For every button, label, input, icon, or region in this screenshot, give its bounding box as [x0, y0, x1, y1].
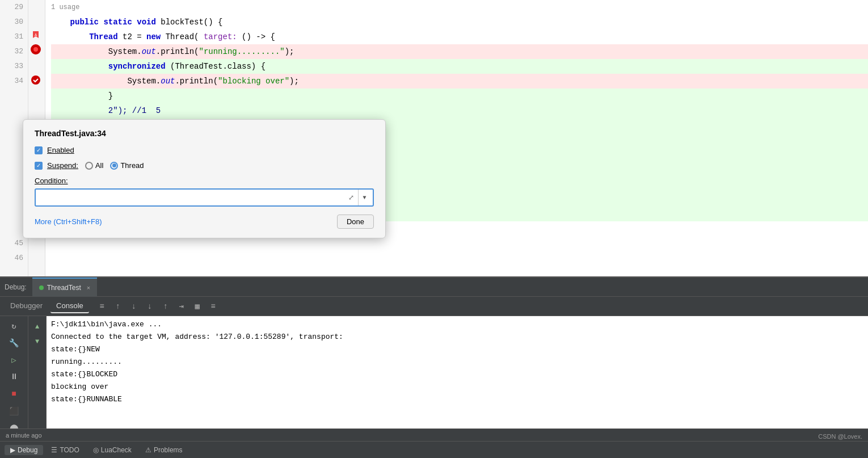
problems-tab-label: Problems	[154, 446, 183, 454]
dropdown-icon[interactable]: ▼	[358, 190, 370, 205]
toolbar-icon-down[interactable]: ↓	[128, 300, 140, 313]
line-num-33: 33	[0, 59, 23, 74]
toolbar-icon-step-in[interactable]: ⇥	[175, 300, 188, 313]
expand-icon[interactable]: ⤢	[344, 191, 358, 204]
line-num-39	[0, 148, 23, 162]
tab-debugger[interactable]: Debugger	[5, 299, 48, 313]
thread-radio-circle[interactable]	[110, 162, 118, 170]
bottom-tabs-bar: ▶ Debug ☰ TODO ◎ LuaCheck ⚠ Problems	[0, 441, 868, 458]
toolbar-icon-menu[interactable]: ≡	[96, 300, 108, 313]
bottom-tab-todo[interactable]: ☰ TODO	[45, 445, 85, 455]
bp-footer: More (Ctrl+Shift+F8) Done	[35, 215, 374, 229]
line-num-37	[0, 118, 23, 133]
breakpoint-active-icon-34[interactable]	[30, 74, 42, 86]
console-line-0: F:\jdk11\bin\java.exe ...	[51, 318, 863, 331]
toolbar-icon-step-out[interactable]: ↑	[159, 300, 172, 313]
line-num-34: 34	[0, 74, 23, 89]
code-line-29: 1 usage	[51, 0, 868, 15]
more-link[interactable]: More (Ctrl+Shift+F8)	[35, 217, 102, 226]
line-num-30: 30	[0, 15, 23, 30]
svg-point-1	[31, 75, 40, 85]
bottom-tab-problems[interactable]: ⚠ Problems	[140, 445, 188, 455]
bp-suspend-row: ✓ Suspend: All Thread	[35, 161, 374, 170]
debug-tab-close[interactable]: ×	[87, 284, 90, 291]
condition-input[interactable]	[38, 194, 344, 202]
resume-icon[interactable]: ▷	[7, 352, 22, 367]
line-num-29: 29	[0, 0, 23, 15]
line-num-36	[0, 103, 23, 118]
line-num-38	[0, 133, 23, 148]
all-radio[interactable]: All	[85, 161, 103, 170]
nav-down-icon[interactable]: ▼	[31, 335, 44, 348]
console-line-4: state:{}BLOCKED	[51, 368, 863, 381]
watermark: CSDN @Lovex.	[818, 433, 862, 440]
line-num-31: 31	[0, 30, 23, 44]
toolbar-icon-settings[interactable]: ≡	[207, 300, 220, 313]
line-num-44	[0, 221, 23, 236]
suspend-label: Suspend:	[47, 161, 78, 170]
console-line-6: state:{}RUNNABLE	[51, 393, 863, 406]
luacheck-tab-icon: ◎	[93, 446, 99, 454]
breakpoint-popup: ThreadTest.java:34 ✓ Enabled ✓ Suspend: …	[23, 119, 386, 238]
bp-enabled-row: ✓ Enabled	[35, 146, 374, 154]
console-line-1: Connected to the target VM, address: '12…	[51, 331, 863, 343]
line-num-41	[0, 177, 23, 192]
stop-icon[interactable]: ■	[7, 386, 22, 401]
settings-icon[interactable]: 🔧	[7, 335, 22, 350]
todo-tab-label: TODO	[60, 446, 79, 454]
condition-input-row[interactable]: ⤢ ▼	[35, 188, 374, 207]
nav-up-icon[interactable]: ▲	[31, 321, 44, 333]
console-line-5: blocking over	[51, 381, 863, 393]
debug-tab-icon: ▶	[10, 446, 15, 454]
line-num-35	[0, 89, 23, 103]
enabled-checkbox[interactable]: ✓	[35, 146, 43, 154]
debug-tab-dot	[39, 285, 44, 290]
done-button[interactable]: Done	[337, 215, 374, 229]
pause-icon[interactable]: ⏸	[7, 369, 22, 384]
line-num-32: 32	[0, 44, 23, 59]
code-line-34: System.out.println("blocking over");	[51, 74, 868, 89]
line-num-46: 46	[0, 251, 23, 266]
breakpoint-icon-32[interactable]	[31, 44, 41, 54]
code-line-33: synchronized (ThreadTest.class) {	[51, 59, 868, 74]
code-line-30: public static void blockTest() {	[51, 15, 868, 30]
code-line-35: }	[51, 89, 868, 103]
all-radio-circle[interactable]	[85, 162, 93, 170]
tab-console[interactable]: Console	[50, 299, 89, 313]
debug-tab-name: ThreadTest	[47, 284, 81, 292]
toolbar-icon-up[interactable]: ↑	[112, 300, 124, 313]
bp-title: ThreadTest.java:34	[35, 129, 374, 138]
debug-sub-tabs: Debugger Console	[5, 299, 89, 313]
console-line-3: running.........	[51, 356, 863, 368]
bottom-tab-debug[interactable]: ▶ Debug	[5, 445, 43, 455]
code-line-32: System.out.println("running.........");	[51, 44, 868, 59]
enabled-label: Enabled	[47, 146, 74, 154]
debug-tabs-bar: Debug: ThreadTest ×	[0, 278, 868, 297]
luacheck-tab-label: LuaCheck	[101, 446, 132, 454]
mute-icon[interactable]: ⬛	[7, 404, 22, 418]
status-bar: a minute ago	[0, 428, 868, 441]
line-num-43	[0, 207, 23, 221]
debug-tab-threadtest[interactable]: ThreadTest ×	[32, 278, 97, 297]
debug-toolbar: Debugger Console ≡ ↑ ↓ ↓ ↑ ⇥ ▦ ≡	[0, 297, 868, 316]
toolbar-icon-frames[interactable]: ▦	[191, 300, 204, 313]
code-line-31: Thread t2 = new Thread( target: () -> {	[51, 30, 868, 44]
bottom-tab-luacheck[interactable]: ◎ LuaCheck	[87, 445, 137, 455]
toolbar-icon-step-over[interactable]: ↓	[144, 300, 156, 313]
code-line-36: 2"); //1 5	[51, 103, 868, 118]
suspend-checkbox[interactable]: ✓	[35, 162, 43, 170]
thread-radio[interactable]: Thread	[110, 161, 144, 170]
todo-tab-icon: ☰	[51, 446, 57, 454]
line-num-45: 45	[0, 236, 23, 251]
debug-toolbar-icons: ≡ ↑ ↓ ↓ ↑ ⇥ ▦ ≡	[96, 300, 220, 313]
condition-label: Condition:	[35, 177, 374, 185]
suspend-radio-group: All Thread	[85, 161, 144, 170]
line-num-42	[0, 192, 23, 207]
bookmark-icon-31: A	[31, 30, 41, 40]
all-radio-label: All	[95, 161, 103, 170]
rerun-icon[interactable]: ↻	[7, 318, 22, 333]
line-num-40	[0, 162, 23, 177]
console-line-2: state:{}NEW	[51, 343, 863, 356]
debug-tab-label: Debug	[18, 446, 37, 454]
status-text: a minute ago	[6, 432, 42, 439]
